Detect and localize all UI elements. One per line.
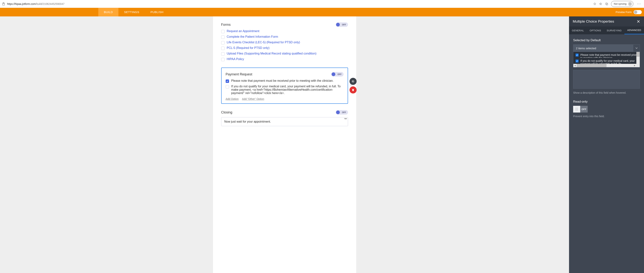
lock-icon: [2, 2, 5, 6]
chrome-right-controls: Not syncing ···: [593, 1, 642, 7]
nav-tab-settings[interactable]: SETTINGS: [118, 8, 145, 17]
collections-icon[interactable]: [605, 2, 608, 6]
svg-rect-1: [606, 3, 608, 5]
more-menu-icon[interactable]: ···: [636, 2, 642, 6]
favorites-icon[interactable]: [599, 2, 602, 6]
profile-avatar-icon: [628, 2, 632, 6]
nav-tab-build[interactable]: BUILD: [98, 8, 118, 17]
preview-form-label: Preview Form: [616, 11, 632, 14]
svg-rect-0: [606, 3, 607, 5]
svg-point-2: [630, 3, 630, 4]
url-path: /build/210624452590047: [36, 3, 64, 6]
url-host: https://hipaa.jotform.com: [7, 3, 36, 6]
nav-tabs: BUILD SETTINGS PUBLISH: [98, 8, 169, 17]
sync-status-pill[interactable]: Not syncing: [611, 1, 633, 7]
top-nav: BUILD SETTINGS PUBLISH Preview Form: [0, 8, 644, 17]
nav-tab-publish[interactable]: PUBLISH: [145, 8, 169, 17]
sync-label: Not syncing: [614, 3, 626, 5]
preview-toggle[interactable]: [634, 10, 642, 14]
url-bar[interactable]: https://hipaa.jotform.com/build/21062445…: [7, 3, 64, 6]
browser-chrome: https://hipaa.jotform.com/build/21062445…: [0, 0, 644, 8]
star-add-icon[interactable]: [593, 2, 596, 6]
preview-form-control: Preview Form: [616, 10, 644, 14]
